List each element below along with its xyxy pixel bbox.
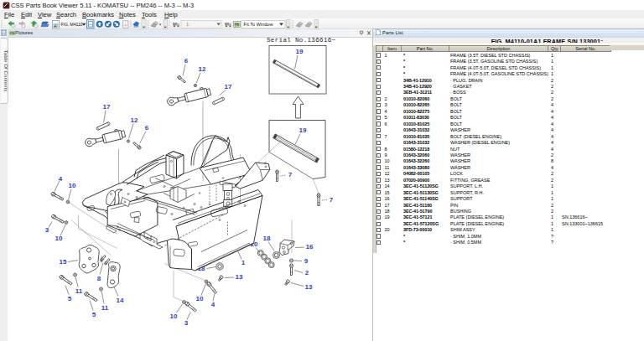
svg-text:5: 5 [92, 311, 96, 318]
svg-text:9: 9 [304, 257, 309, 265]
svg-text:1: 1 [242, 259, 246, 266]
svg-text:5: 5 [68, 295, 72, 302]
svg-text:16: 16 [306, 243, 314, 251]
svg-text:18: 18 [263, 235, 271, 242]
svg-text:14: 14 [117, 297, 124, 304]
svg-text:6: 6 [184, 57, 189, 65]
svg-text:10: 10 [170, 313, 178, 320]
svg-text:1: 1 [186, 21, 189, 26]
svg-text:Serial No.136616~: Serial No.136616~ [267, 37, 336, 44]
svg-text:19: 19 [299, 127, 307, 134]
svg-text:10: 10 [55, 235, 63, 242]
svg-text:19: 19 [296, 48, 304, 55]
svg-text:13: 13 [305, 283, 313, 291]
svg-text:17: 17 [225, 83, 232, 90]
svg-text:7: 7 [288, 171, 293, 178]
svg-text:3: 3 [184, 319, 189, 327]
svg-text:2: 2 [305, 269, 309, 276]
svg-text:13: 13 [236, 273, 243, 281]
svg-text:10: 10 [69, 182, 76, 189]
svg-text:11: 11 [75, 287, 83, 295]
svg-text:11: 11 [101, 304, 109, 312]
svg-text:15: 15 [60, 258, 67, 266]
svg-text:17: 17 [103, 103, 111, 111]
svg-text:6: 6 [145, 124, 149, 132]
svg-text:7: 7 [330, 196, 334, 204]
svg-text:Fit To Window: Fit To Window [244, 21, 274, 26]
svg-text:8: 8 [97, 275, 101, 282]
svg-text:FIG. M4110-: FIG. M4110- [61, 21, 85, 26]
svg-text:12: 12 [131, 116, 138, 124]
svg-text:10: 10 [196, 295, 204, 302]
svg-text:3: 3 [45, 226, 49, 234]
svg-text:12: 12 [199, 65, 206, 73]
svg-text:4: 4 [211, 301, 216, 308]
